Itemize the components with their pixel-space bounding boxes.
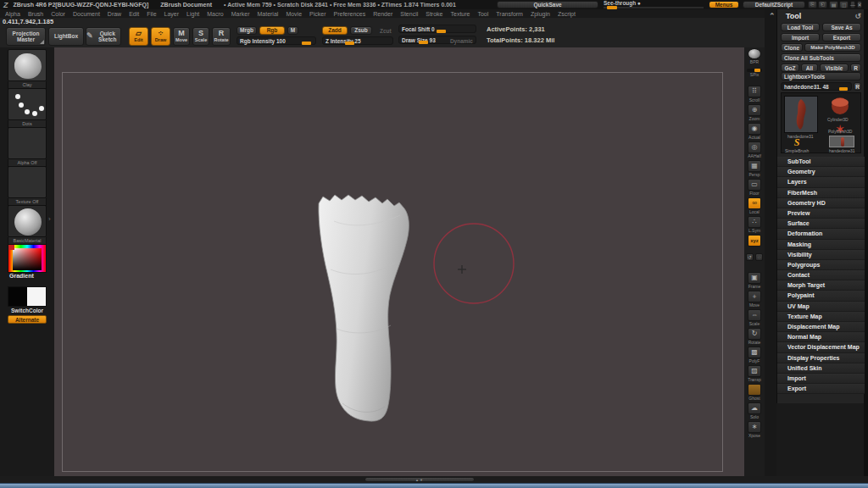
- stroke-thumbnail[interactable]: [8, 88, 47, 120]
- zoom-button[interactable]: ⊕Zoom: [746, 104, 763, 123]
- selected-tool-thumbnail[interactable]: [784, 96, 818, 133]
- sculpt-viewport[interactable]: [54, 47, 748, 476]
- switch-color[interactable]: SwitchColor: [8, 286, 47, 314]
- minimize-button[interactable]: —: [850, 1, 855, 8]
- goz-r-button[interactable]: R: [850, 64, 861, 72]
- section-display-properties[interactable]: Display Properties: [777, 353, 865, 363]
- simplebrush-thumbnail[interactable]: S: [788, 137, 805, 148]
- menu-draw[interactable]: Draw: [108, 11, 121, 17]
- load-tool-button[interactable]: Load Tool: [781, 23, 820, 31]
- zsub-button[interactable]: Zsub: [350, 26, 372, 35]
- color-picker-swatch[interactable]: [8, 244, 47, 273]
- secondary-color-swatch[interactable]: [27, 287, 46, 306]
- saturation-square[interactable]: [13, 248, 42, 270]
- menu-stencil[interactable]: Stencil: [400, 11, 418, 17]
- menu-transform[interactable]: Transform: [496, 11, 523, 17]
- section-vector-displacement-map[interactable]: Vector Displacement Map: [777, 342, 865, 352]
- gradient-label[interactable]: Gradient: [8, 273, 47, 279]
- section-visibility[interactable]: Visibility: [777, 250, 865, 260]
- section-export[interactable]: Export: [777, 384, 865, 394]
- mini-icon[interactable]: ◌: [755, 253, 763, 261]
- clone-all-subtools-button[interactable]: Clone All SubTools: [781, 53, 861, 62]
- current-tool-handle[interactable]: [839, 87, 848, 91]
- section-polygroups[interactable]: Polygroups: [777, 260, 865, 270]
- current-alpha[interactable]: Alpha Off: [8, 127, 47, 167]
- transp-button[interactable]: ▨Transp: [746, 365, 763, 384]
- goz-visible-button[interactable]: Visible: [820, 64, 849, 72]
- goz-button[interactable]: GoZ: [781, 64, 799, 72]
- layout-icon[interactable]: ▤: [829, 1, 838, 8]
- actual-button[interactable]: ◉Actual: [746, 123, 763, 141]
- doc-icon[interactable]: ⎘: [808, 1, 817, 8]
- brush-thumbnail[interactable]: [8, 49, 47, 81]
- aahalf-button[interactable]: ◎AAHalf: [746, 141, 763, 160]
- mini-icon[interactable]: ↺: [746, 253, 754, 261]
- rotate-button[interactable]: ↻Rotate: [746, 328, 763, 347]
- menu-tool[interactable]: Tool: [477, 11, 488, 17]
- scale-button[interactable]: S Scale: [192, 27, 209, 46]
- section-preview[interactable]: Preview: [777, 208, 865, 219]
- section-surface[interactable]: Surface: [777, 219, 865, 229]
- menu-layer[interactable]: Layer: [164, 11, 180, 17]
- switch-color-swatches[interactable]: [8, 286, 47, 307]
- section-texture-map[interactable]: Texture Map: [777, 312, 865, 322]
- m-button[interactable]: M: [287, 26, 298, 35]
- cylinder3d-thumbnail[interactable]: [829, 96, 851, 116]
- current-texture[interactable]: Texture Off: [8, 166, 47, 206]
- draw-button[interactable]: ⁘ Draw: [151, 27, 170, 46]
- section-polypaint[interactable]: Polypaint: [777, 291, 865, 301]
- section-masking[interactable]: Masking: [777, 240, 865, 250]
- menu-texture[interactable]: Texture: [450, 11, 470, 17]
- zcut-button[interactable]: Zcut: [380, 28, 392, 34]
- scale-button[interactable]: ⇔Scale: [746, 309, 763, 328]
- menu-preferences[interactable]: Preferences: [334, 11, 366, 17]
- make-polymesh3d-button[interactable]: Make PolyMesh3D: [804, 43, 861, 52]
- section-layers[interactable]: Layers: [777, 177, 865, 187]
- current-brush[interactable]: Clay: [8, 49, 47, 89]
- menus-toggle[interactable]: Menus: [709, 1, 739, 8]
- color-picker[interactable]: Gradient: [8, 244, 47, 279]
- section-geometry-hd[interactable]: Geometry HD: [777, 198, 865, 208]
- local-button[interactable]: ∞Local: [746, 197, 763, 216]
- alternate[interactable]: Alternate: [8, 315, 47, 324]
- texture-thumbnail[interactable]: [8, 166, 47, 198]
- frame-button[interactable]: ▣Frame: [746, 272, 763, 291]
- tray-collapse-icon[interactable]: ›: [48, 215, 51, 223]
- menu-edit[interactable]: Edit: [129, 11, 139, 17]
- focal-shift-handle[interactable]: [437, 30, 446, 33]
- section-morph-target[interactable]: Morph Target: [777, 280, 865, 291]
- persp-button[interactable]: ▦Persp: [746, 160, 763, 179]
- zadd-button[interactable]: Zadd: [322, 26, 348, 35]
- scroll-button[interactable]: ⠿Scroll: [746, 86, 763, 104]
- alpha-thumbnail[interactable]: [8, 127, 47, 159]
- z-intensity-slider[interactable]: Z Intensity 25: [322, 36, 393, 45]
- menu-movie[interactable]: Movie: [286, 11, 302, 17]
- rgb-intensity-slider[interactable]: Rgb Intensity 100: [236, 36, 316, 45]
- close-button[interactable]: ✕: [857, 1, 862, 8]
- handedone-thumbnail-selected[interactable]: [829, 136, 854, 147]
- menu-light[interactable]: Light: [186, 11, 199, 17]
- move-button[interactable]: M Move: [173, 27, 190, 46]
- solo-button[interactable]: ☁Solo: [746, 402, 763, 421]
- section-subtool[interactable]: SubTool: [777, 157, 865, 167]
- quicksave-button[interactable]: QuickSave: [497, 1, 598, 8]
- focal-shift-slider[interactable]: Focal Shift 0: [398, 25, 476, 33]
- menu-material[interactable]: Material: [257, 11, 278, 17]
- menu-file[interactable]: File: [147, 11, 156, 17]
- dynamic-toggle[interactable]: Dynamic: [450, 38, 473, 44]
- ghost-button[interactable]: Ghost: [746, 384, 763, 402]
- doc-icon[interactable]: ⎗: [818, 1, 827, 8]
- main-color-swatch[interactable]: [8, 287, 27, 306]
- menu-zplugin[interactable]: Zplugin: [531, 11, 550, 17]
- current-tool-slider[interactable]: handedone31. 48: [781, 82, 852, 91]
- export-button[interactable]: Export: [822, 33, 861, 42]
- menu-macro[interactable]: Macro: [207, 11, 223, 17]
- move-button[interactable]: ＋Move: [746, 291, 763, 309]
- clone-button[interactable]: Clone: [781, 43, 803, 52]
- lightbox-button[interactable]: LightBox: [48, 27, 84, 46]
- menu-zscript[interactable]: Zscript: [558, 11, 576, 17]
- draw-size-handle[interactable]: [419, 41, 428, 44]
- menu-brush[interactable]: Brush: [28, 11, 43, 17]
- quick-sketch-button[interactable]: ✎ Quick Sketch: [86, 27, 121, 46]
- menu-picker[interactable]: Picker: [309, 11, 326, 17]
